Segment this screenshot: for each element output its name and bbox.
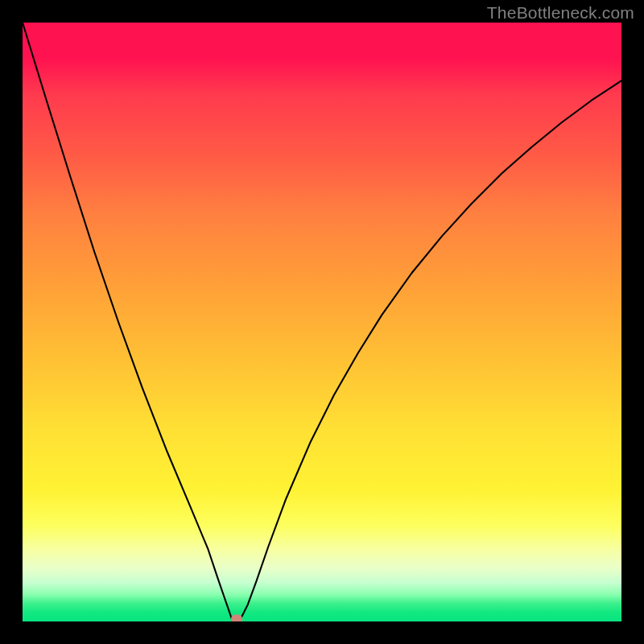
chart-plot-area — [23, 23, 621, 621]
bottleneck-curve — [23, 23, 621, 621]
chart-frame: TheBottleneck.com — [0, 0, 644, 644]
optimal-point-marker — [231, 615, 242, 622]
watermark-text: TheBottleneck.com — [487, 3, 634, 23]
